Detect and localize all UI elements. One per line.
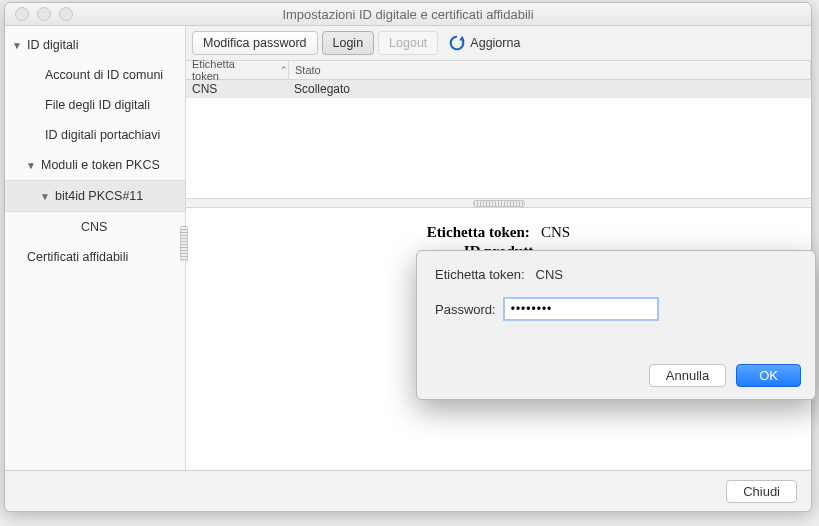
modify-password-button[interactable]: Modifica password (192, 31, 318, 55)
login-button[interactable]: Login (322, 31, 375, 55)
titlebar[interactable]: Impostazioni ID digitale e certificati a… (5, 3, 811, 26)
toolbar: Modifica password Login Logout Aggiorna (186, 26, 811, 61)
table-body: CNS Scollegato (186, 80, 811, 199)
sidebar-item-label: Certificati affidabili (25, 250, 128, 264)
close-button[interactable]: Chiudi (726, 480, 797, 503)
sidebar-item-trusted-certs[interactable]: Certificati affidabili (5, 242, 185, 272)
horizontal-splitter[interactable] (186, 199, 811, 208)
sidebar-resize-handle[interactable] (180, 226, 188, 262)
sidebar-item-cns[interactable]: CNS (5, 212, 185, 242)
window-title: Impostazioni ID digitale e certificati a… (5, 7, 811, 22)
logout-button: Logout (378, 31, 438, 55)
password-dialog: Etichetta token: CNS Password: Annulla O… (416, 250, 816, 400)
sidebar-item-common-id-accounts[interactable]: Account di ID comuni (5, 60, 185, 90)
password-input[interactable] (504, 298, 658, 320)
sidebar-item-label: bit4id PKCS#11 (53, 189, 143, 203)
sidebar: ▼ ID digitali Account di ID comuni File … (5, 26, 186, 470)
sidebar-item-digital-id-files[interactable]: File degli ID digitali (5, 90, 185, 120)
cell-token: CNS (186, 82, 288, 96)
sidebar-item-pkcs-modules[interactable]: ▼ Moduli e token PKCS (5, 150, 185, 180)
sidebar-item-label: File degli ID digitali (25, 98, 150, 112)
sidebar-item-label: Moduli e token PKCS (39, 158, 160, 172)
table-header: Etichetta token Stato (186, 61, 811, 80)
sidebar-item-label: ID digitali portachiavi (25, 128, 160, 142)
sidebar-item-bit4id[interactable]: ▼ bit4id PKCS#11 (5, 180, 185, 212)
sidebar-item-label: CNS (25, 220, 107, 234)
dialog-prompt: Etichetta token: CNS (435, 267, 797, 282)
refresh-button[interactable]: Aggiorna (442, 32, 530, 54)
table-row[interactable]: CNS Scollegato (186, 80, 811, 98)
main-panel: Modifica password Login Logout Aggiorna … (186, 26, 811, 470)
window-footer: Chiudi (5, 470, 811, 511)
chevron-down-icon[interactable]: ▼ (39, 191, 53, 202)
cell-state: Scollegato (288, 82, 350, 96)
column-header-token[interactable]: Etichetta token (186, 61, 289, 79)
sidebar-item-keychain-ids[interactable]: ID digitali portachiavi (5, 120, 185, 150)
refresh-label: Aggiorna (470, 36, 520, 50)
detail-token-label: Etichetta token: CNS (186, 224, 811, 241)
chevron-down-icon[interactable]: ▼ (25, 160, 39, 171)
cancel-button[interactable]: Annulla (649, 364, 726, 387)
ok-button[interactable]: OK (736, 364, 801, 387)
sidebar-item-label: ID digitali (25, 38, 78, 52)
password-label: Password: (435, 302, 496, 317)
refresh-icon (448, 34, 466, 52)
grip-icon (473, 200, 525, 207)
sidebar-item-label: Account di ID comuni (25, 68, 163, 82)
chevron-down-icon[interactable]: ▼ (11, 40, 25, 51)
sidebar-item-digital-ids[interactable]: ▼ ID digitali (5, 30, 185, 60)
column-header-state[interactable]: Stato (289, 61, 811, 79)
svg-marker-0 (460, 36, 465, 41)
